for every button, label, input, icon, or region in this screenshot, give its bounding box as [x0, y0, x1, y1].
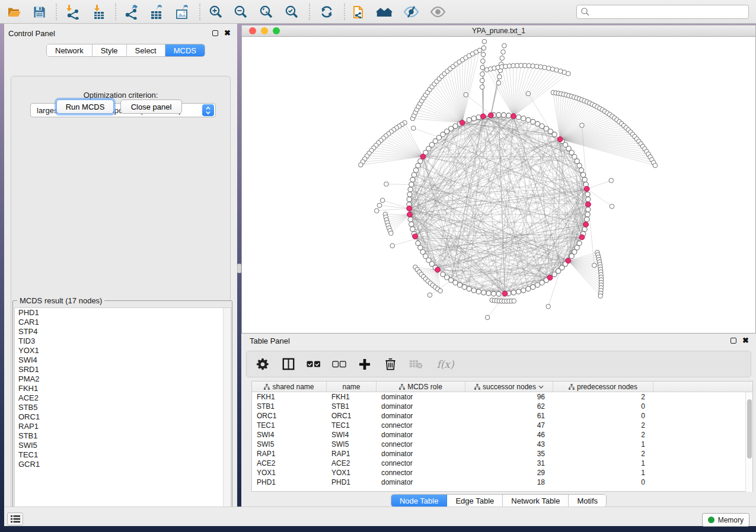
zoom-selected-button[interactable] — [283, 4, 300, 20]
leaf-node[interactable] — [377, 203, 382, 208]
mcds-hub-node[interactable] — [460, 120, 465, 126]
leaf-node[interactable] — [477, 48, 482, 53]
leaf-node[interactable] — [374, 209, 379, 213]
network-node[interactable] — [579, 168, 583, 172]
zoom-out-button[interactable] — [232, 4, 249, 20]
network-node[interactable] — [531, 119, 535, 124]
tab-style[interactable]: Style — [92, 44, 127, 56]
network-node[interactable] — [586, 207, 591, 211]
column-header-successor-nodes[interactable]: successor nodes — [465, 382, 553, 392]
run-mcds-button[interactable]: Run MCDS — [56, 100, 114, 114]
mcds-result-item[interactable]: RAP1 — [15, 422, 231, 431]
mcds-result-item[interactable]: TID3 — [15, 336, 231, 346]
mcds-result-item[interactable]: STB1 — [15, 431, 231, 441]
deselect-all-rows-button[interactable] — [331, 357, 347, 372]
network-node[interactable] — [412, 172, 416, 177]
mcds-hub-node[interactable] — [407, 206, 412, 211]
network-node[interactable] — [407, 197, 412, 201]
network-graph[interactable] — [242, 37, 755, 332]
table-panel-float-button[interactable] — [731, 338, 736, 344]
mcds-hub-node[interactable] — [511, 114, 516, 119]
network-node[interactable] — [577, 163, 582, 168]
leaf-node[interactable] — [526, 91, 531, 96]
column-header-predecessor-nodes[interactable]: predecessor nodes — [553, 382, 653, 392]
tab-edge-table[interactable]: Edge Table — [447, 495, 503, 507]
table-row[interactable]: SWI4SWI4dominator462 — [252, 430, 752, 440]
network-node[interactable] — [521, 116, 526, 121]
network-node[interactable] — [526, 117, 531, 122]
mcds-result-item[interactable]: SWI4 — [15, 355, 231, 365]
leaf-node[interactable] — [546, 304, 551, 309]
zoom-fit-button[interactable] — [258, 4, 275, 20]
mcds-hub-node[interactable] — [586, 202, 591, 207]
mcds-result-list[interactable]: PHD1CAR1STP4TID3YOX1SWI4SRD1PMA2FKH1ACE2… — [14, 307, 231, 519]
leaf-node[interactable] — [497, 75, 502, 79]
mcds-hub-node[interactable] — [584, 186, 589, 191]
network-node[interactable] — [453, 124, 458, 129]
network-node[interactable] — [531, 284, 535, 289]
refresh-button[interactable] — [318, 4, 335, 20]
control-panel-close-button[interactable]: ✖ — [224, 30, 231, 36]
table-row[interactable]: TEC1TEC1connector472 — [252, 421, 752, 430]
tab-motifs[interactable]: Motifs — [569, 495, 606, 507]
column-header-shared-name[interactable]: shared name — [252, 382, 327, 392]
control-panel-float-button[interactable] — [212, 30, 218, 36]
network-node[interactable] — [418, 245, 423, 250]
import-table-button[interactable] — [90, 4, 107, 20]
network-node[interactable] — [582, 227, 587, 232]
leaf-node[interactable] — [501, 50, 506, 55]
network-node[interactable] — [496, 113, 501, 117]
mcds-hub-node[interactable] — [480, 114, 486, 119]
leaf-node[interactable] — [384, 182, 389, 187]
table-row[interactable]: STB1STB1dominator620 — [252, 402, 752, 411]
leaf-node[interactable] — [485, 315, 490, 320]
leaf-node[interactable] — [480, 85, 484, 89]
network-node[interactable] — [580, 172, 585, 177]
tab-network[interactable]: Network — [47, 44, 92, 56]
leaf-node[interactable] — [496, 81, 501, 85]
table-row[interactable]: ACE2ACE2connector311 — [252, 459, 752, 468]
network-node[interactable] — [413, 168, 418, 172]
mcds-result-item[interactable]: SWI5 — [15, 441, 231, 450]
export-table-button[interactable] — [148, 4, 165, 20]
delete-table-button[interactable] — [408, 357, 423, 372]
network-node[interactable] — [501, 113, 506, 117]
mcds-hub-node[interactable] — [557, 137, 563, 142]
table-settings-button[interactable] — [255, 357, 270, 372]
column-header-mcds-role[interactable]: MCDS role — [377, 382, 465, 392]
home-layouts-button[interactable] — [376, 4, 393, 20]
network-node[interactable] — [453, 280, 458, 285]
save-session-button[interactable] — [31, 4, 47, 20]
close-panel-button[interactable]: Close panel — [120, 100, 182, 114]
mcds-result-item[interactable]: ORC1 — [15, 412, 231, 422]
show-all-button[interactable] — [429, 4, 446, 20]
network-node[interactable] — [544, 126, 548, 131]
leaf-node[interactable] — [464, 92, 468, 97]
mcds-hub-node[interactable] — [583, 222, 589, 227]
network-node[interactable] — [582, 177, 587, 182]
network-node[interactable] — [575, 159, 579, 164]
network-node[interactable] — [535, 121, 540, 126]
mcds-hub-node[interactable] — [420, 154, 426, 159]
network-node[interactable] — [416, 241, 420, 245]
open-file-button[interactable] — [6, 4, 23, 20]
network-node[interactable] — [409, 182, 414, 187]
mcds-result-item[interactable]: FKH1 — [15, 384, 231, 393]
leaf-node[interactable] — [389, 231, 394, 236]
hide-selected-button[interactable] — [403, 4, 419, 20]
network-node[interactable] — [471, 288, 476, 293]
leaf-node[interactable] — [481, 46, 486, 50]
network-node[interactable] — [467, 117, 471, 122]
network-node[interactable] — [410, 227, 415, 232]
mcds-hub-node[interactable] — [566, 258, 571, 264]
network-node[interactable] — [410, 177, 415, 182]
network-node[interactable] — [506, 113, 511, 118]
network-node[interactable] — [491, 291, 496, 296]
tab-node-table[interactable]: Node Table — [391, 495, 448, 507]
network-node[interactable] — [481, 290, 486, 295]
network-node[interactable] — [457, 283, 462, 287]
search-input[interactable] — [590, 8, 748, 16]
leaf-node[interactable] — [390, 243, 395, 248]
mcds-result-item[interactable]: YOX1 — [15, 346, 231, 355]
network-node[interactable] — [540, 124, 544, 129]
